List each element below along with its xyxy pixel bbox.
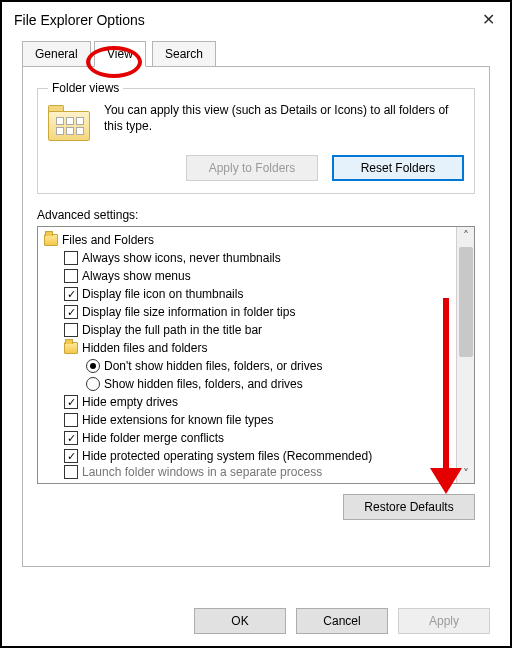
tree-root-label: Files and Folders	[62, 233, 154, 247]
apply-to-folders-button: Apply to Folders	[186, 155, 318, 181]
folder-views-text: You can apply this view (such as Details…	[104, 103, 464, 134]
tree-item-label: Display file size information in folder …	[82, 305, 295, 319]
tree-item-7[interactable]: Show hidden files, folders, and drives	[42, 375, 454, 393]
checkbox-icon[interactable]: ✓	[64, 305, 78, 319]
close-icon[interactable]: ✕	[476, 10, 500, 29]
tab-panel-view: Folder views You can apply this view (su…	[22, 67, 490, 567]
tree-item-label: Always show icons, never thumbnails	[82, 251, 281, 265]
tree-item-label: Hide protected operating system files (R…	[82, 449, 372, 463]
scroll-thumb[interactable]	[459, 247, 473, 357]
tree-item-label: Display the full path in the title bar	[82, 323, 262, 337]
tree-item-label: Hide extensions for known file types	[82, 413, 273, 427]
folder-views-legend: Folder views	[48, 81, 123, 95]
ok-button[interactable]: OK	[194, 608, 286, 634]
tree-item-9[interactable]: Hide extensions for known file types	[42, 411, 454, 429]
folder-icon	[64, 342, 78, 354]
advanced-settings-tree[interactable]: Files and FoldersAlways show icons, neve…	[37, 226, 475, 484]
checkbox-icon[interactable]: ✓	[64, 431, 78, 445]
checkbox-icon[interactable]	[64, 269, 78, 283]
tree-item-label: Launch folder windows in a separate proc…	[82, 465, 322, 479]
cancel-button[interactable]: Cancel	[296, 608, 388, 634]
checkbox-icon[interactable]: ✓	[64, 395, 78, 409]
scroll-down-icon[interactable]: ˅	[457, 465, 475, 483]
tab-strip: General View Search	[22, 41, 490, 67]
tree-item-label: Hidden files and folders	[82, 341, 207, 355]
tree-item-4[interactable]: Display the full path in the title bar	[42, 321, 454, 339]
tree-item-2[interactable]: ✓Display file icon on thumbnails	[42, 285, 454, 303]
folder-icon	[44, 234, 58, 246]
tree-item-cutoff: Launch folder windows in a separate proc…	[42, 463, 454, 481]
tree-item-5[interactable]: Hidden files and folders	[42, 339, 454, 357]
tree-item-label: Hide folder merge conflicts	[82, 431, 224, 445]
tab-search[interactable]: Search	[152, 41, 216, 67]
tree-item-label: Hide empty drives	[82, 395, 178, 409]
apply-button: Apply	[398, 608, 490, 634]
checkbox-icon[interactable]: ✓	[64, 449, 78, 463]
radio-icon[interactable]	[86, 359, 100, 373]
restore-defaults-button[interactable]: Restore Defaults	[343, 494, 475, 520]
tree-item-3[interactable]: ✓Display file size information in folder…	[42, 303, 454, 321]
tab-general[interactable]: General	[22, 41, 91, 67]
folder-icon	[48, 105, 94, 145]
checkbox-icon[interactable]	[64, 251, 78, 265]
radio-icon[interactable]	[86, 377, 100, 391]
tab-view[interactable]: View	[94, 41, 146, 67]
dialog-title: File Explorer Options	[14, 12, 145, 28]
tree-item-6[interactable]: Don't show hidden files, folders, or dri…	[42, 357, 454, 375]
tree-item-8[interactable]: ✓Hide empty drives	[42, 393, 454, 411]
checkbox-icon[interactable]: ✓	[64, 287, 78, 301]
reset-folders-button[interactable]: Reset Folders	[332, 155, 464, 181]
tree-item-label: Always show menus	[82, 269, 191, 283]
checkbox-icon	[64, 465, 78, 479]
checkbox-icon[interactable]	[64, 323, 78, 337]
checkbox-icon[interactable]	[64, 413, 78, 427]
tree-root[interactable]: Files and Folders	[42, 231, 454, 249]
tree-item-0[interactable]: Always show icons, never thumbnails	[42, 249, 454, 267]
tree-item-label: Don't show hidden files, folders, or dri…	[104, 359, 322, 373]
tree-item-label: Show hidden files, folders, and drives	[104, 377, 303, 391]
advanced-settings-label: Advanced settings:	[37, 208, 475, 222]
scrollbar[interactable]: ˄ ˅	[456, 227, 474, 483]
scroll-up-icon[interactable]: ˄	[457, 227, 475, 245]
tree-item-label: Display file icon on thumbnails	[82, 287, 243, 301]
tree-item-1[interactable]: Always show menus	[42, 267, 454, 285]
folder-views-group: Folder views You can apply this view (su…	[37, 81, 475, 194]
tree-item-10[interactable]: ✓Hide folder merge conflicts	[42, 429, 454, 447]
